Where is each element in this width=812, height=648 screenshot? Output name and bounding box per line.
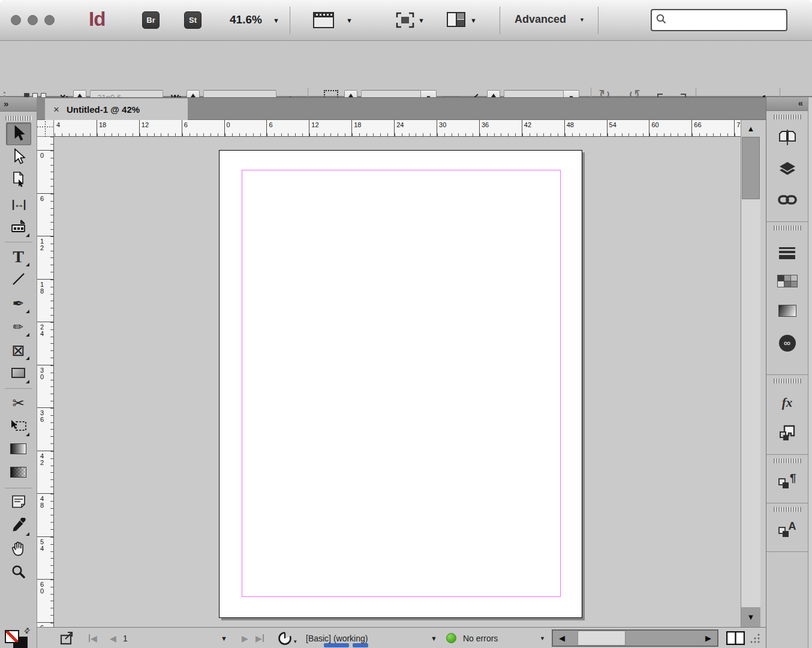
preflight-dropdown-caret[interactable]: ▼ [431, 628, 437, 648]
scroll-right-button[interactable]: ▶ [699, 631, 717, 646]
preflight-icon[interactable]: ▾ [278, 628, 297, 648]
scissors-icon: ✂ [12, 396, 24, 410]
gap-tool[interactable]: |↔| [6, 193, 31, 215]
character-styles-panel-button[interactable]: A [766, 515, 808, 547]
dock-drag-handle[interactable] [774, 379, 801, 383]
dock-drag-handle[interactable] [774, 115, 801, 119]
note-tool[interactable] [6, 491, 31, 514]
navigator-window-icon[interactable] [313, 12, 334, 31]
object-styles-panel-button[interactable] [766, 418, 808, 449]
note-icon [11, 495, 26, 511]
cc-libraries-panel-button[interactable]: ∞ [766, 328, 808, 359]
view-options-dropdown-caret[interactable]: ▼ [418, 17, 425, 24]
dock-drag-handle[interactable] [774, 226, 801, 230]
rectangle-tool[interactable] [6, 362, 31, 385]
document-tab[interactable]: × Untitled-1 @ 42% [45, 98, 188, 121]
frame-icon: ⊠ [11, 343, 25, 358]
window-close-button[interactable] [11, 15, 21, 25]
frame-tool[interactable]: ⊠ [6, 339, 31, 362]
errors-dropdown-caret[interactable]: ▼ [540, 628, 545, 648]
free-transform-tool[interactable] [6, 415, 31, 438]
swatches-panel-button[interactable] [766, 265, 808, 296]
pencil-icon: ✏ [13, 320, 24, 334]
ruler-tick-label: 0 [37, 150, 53, 193]
page-dropdown-caret[interactable]: ▼ [221, 628, 227, 648]
window-zoom-button[interactable] [44, 15, 55, 25]
tools-expand-icon[interactable]: » [0, 97, 37, 112]
type-tool[interactable]: T [6, 245, 31, 268]
pen-tool[interactable]: ✒ [6, 292, 31, 315]
pen-icon: ✒ [12, 296, 24, 311]
indesign-logo: Id [89, 8, 105, 31]
next-page-button[interactable]: ▶ [242, 628, 248, 648]
layers-panel-button[interactable] [766, 154, 808, 185]
dock-drag-handle[interactable] [774, 458, 801, 463]
gradient-sq-icon [778, 305, 796, 319]
zoom-level-dropdown-caret[interactable]: ▼ [273, 17, 279, 24]
gradient-feather-tool[interactable] [6, 462, 31, 485]
pages-icon [778, 129, 797, 148]
fill-none-swatch[interactable] [5, 630, 19, 643]
ruler-tick-label: 54 [607, 120, 649, 136]
document-page[interactable] [219, 150, 582, 618]
ruler-origin-box[interactable] [37, 120, 54, 137]
first-page-button[interactable]: ◀ [89, 628, 97, 648]
search-input[interactable] [651, 9, 787, 31]
screen-mode-dropdown-caret[interactable]: ▼ [470, 17, 477, 24]
stroke-icon [779, 241, 795, 259]
workspace-dropdown-caret[interactable]: ▼ [579, 17, 585, 23]
gradient-panel-button[interactable] [766, 296, 808, 328]
paragraph-styles-panel-button[interactable]: ¶ [766, 467, 808, 498]
dock-collapse-icon[interactable]: « [766, 97, 808, 111]
bridge-button[interactable]: Br [142, 11, 160, 29]
horizontal-ruler[interactable]: 418126061218243036424854606672 [54, 120, 741, 137]
fill-stroke-indicator[interactable]: ⇄ [5, 626, 35, 648]
previous-page-button[interactable]: ◀ [110, 628, 116, 648]
vertical-scroll-thumb[interactable] [742, 137, 760, 199]
eyedropper-tool[interactable] [6, 515, 31, 538]
vertical-ruler[interactable]: 061 21 82 43 03 64 24 85 46 06 6 [37, 137, 54, 627]
window-minimize-button[interactable] [28, 15, 38, 25]
scroll-left-button[interactable]: ◀ [553, 631, 571, 646]
vertical-scrollbar[interactable]: ▲ ▼ [741, 120, 760, 627]
direct-selection-tool[interactable] [6, 146, 31, 169]
zoom-level-value[interactable]: 41.6% [230, 13, 262, 26]
selection-tool[interactable] [6, 122, 31, 145]
navigator-dropdown-caret[interactable]: ▼ [346, 17, 353, 24]
swap-fill-stroke-icon[interactable]: ⇄ [22, 625, 32, 635]
content-collector-tool[interactable] [6, 216, 31, 239]
tab-close-icon[interactable]: × [53, 104, 59, 116]
stock-button[interactable]: St [184, 11, 202, 29]
workspace-switcher[interactable]: Advanced [515, 13, 566, 26]
gradient-swatch-tool[interactable] [6, 439, 31, 461]
pencil-tool[interactable]: ✏ [6, 316, 31, 338]
export-share-icon[interactable] [60, 628, 76, 648]
application-bar: Id Br St 41.6% ▼ ▼ ▼ ▼ Advanced ▼ [0, 0, 812, 41]
tools-drag-handle[interactable] [5, 116, 32, 121]
ruler-tick-label: 42 [522, 120, 564, 136]
scroll-down-button[interactable]: ▼ [741, 607, 760, 627]
scroll-up-button[interactable]: ▲ [741, 120, 760, 137]
links-panel-button[interactable] [766, 185, 808, 217]
dock-drag-handle[interactable] [774, 507, 801, 512]
view-options-icon[interactable] [396, 12, 414, 31]
effects-panel-button[interactable]: fx [766, 387, 808, 418]
resize-grip-icon[interactable] [748, 632, 761, 647]
horizontal-scrollbar[interactable]: ◀ ▶ [552, 629, 718, 647]
hand-tool[interactable] [6, 538, 31, 561]
stroke-panel-button[interactable] [766, 234, 808, 265]
horizontal-scroll-thumb[interactable] [578, 631, 625, 646]
line-tool[interactable] [6, 269, 31, 292]
page-tool[interactable] [6, 169, 31, 192]
screen-mode-icon[interactable] [447, 12, 465, 29]
last-page-button[interactable]: ▶ [255, 628, 264, 648]
scissors-tool[interactable]: ✂ [6, 392, 31, 415]
clipped-underlying-text [353, 643, 368, 647]
pages-panel-button[interactable] [766, 123, 808, 154]
zoom-tool[interactable] [6, 562, 31, 584]
spread-view-icon[interactable] [726, 628, 745, 648]
pasteboard-canvas[interactable] [54, 137, 741, 627]
search-icon [656, 14, 666, 26]
ruler-tick-label: 4 2 [37, 451, 53, 494]
page-number-field[interactable]: 1 [123, 628, 128, 648]
